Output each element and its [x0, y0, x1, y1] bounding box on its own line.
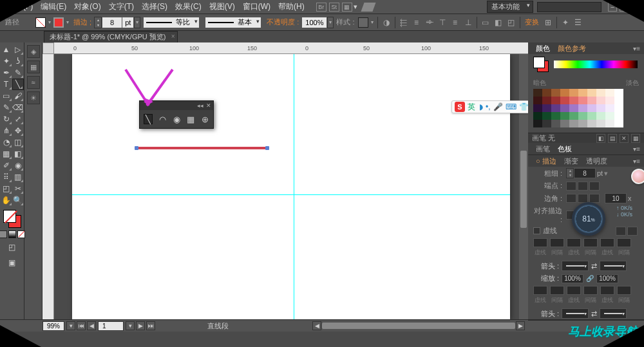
tab-transparency[interactable]: 透明度	[582, 155, 611, 167]
color-swatch[interactable]	[533, 104, 542, 112]
panel-close-icon[interactable]: ✕	[206, 102, 211, 109]
stroke-swatch[interactable]	[53, 17, 64, 28]
color-swatch[interactable]	[578, 97, 587, 104]
color-swatch[interactable]	[596, 112, 605, 120]
tab-gradient[interactable]: 渐变	[560, 155, 582, 167]
ime-toolbar[interactable]: S 英 ◗ •, 🎤 ⌨ 👕 🔧	[451, 100, 528, 113]
arrange-dropdown[interactable]: ▾	[354, 3, 357, 11]
color-swatch[interactable]	[542, 89, 551, 97]
color-swatch[interactable]	[551, 89, 560, 97]
guide-horizontal[interactable]	[72, 194, 510, 195]
dock-symbols-icon[interactable]: ☀	[27, 91, 40, 104]
guide-vertical[interactable]	[294, 54, 294, 319]
tab-color[interactable]: 颜色	[532, 42, 554, 55]
ruler-origin[interactable]	[43, 42, 54, 54]
color-swatch[interactable]	[596, 89, 605, 97]
brush-opt2-icon[interactable]: ▤	[608, 134, 617, 143]
corner-round[interactable]	[578, 194, 588, 203]
color-mode-buttons[interactable]	[0, 230, 26, 238]
color-swatch[interactable]	[560, 97, 569, 104]
color-swatch[interactable]	[542, 97, 551, 104]
zoom-dropdown[interactable]: ▾	[66, 321, 75, 330]
color-swatch[interactable]	[560, 120, 569, 127]
shaper-tool[interactable]: ✎	[1, 102, 12, 113]
dashed-line-checkbox[interactable]	[533, 227, 540, 234]
eyedropper-tool[interactable]: ✐	[1, 160, 12, 171]
panel-weight-stepper[interactable]: ▴▾	[566, 168, 574, 178]
artboard-next[interactable]: ▶	[136, 321, 145, 330]
spiral-tool-icon[interactable]: ◉	[172, 114, 181, 124]
cap-round[interactable]	[578, 182, 588, 191]
brush-opt3-icon[interactable]: ✕	[620, 134, 629, 143]
width-tool[interactable]: ⋔	[1, 125, 12, 136]
cap-butt[interactable]	[566, 182, 576, 191]
menu-help[interactable]: 帮助(H)	[274, 0, 308, 14]
dock-swatches-icon[interactable]: ▦	[27, 61, 40, 73]
fill-swatch[interactable]	[35, 17, 46, 28]
hand-tool[interactable]: ✋	[1, 194, 12, 206]
color-swatch[interactable]	[614, 120, 623, 127]
menu-view[interactable]: 视图(V)	[205, 0, 239, 14]
pen-tool[interactable]: ✒	[1, 67, 12, 79]
color-swatch[interactable]	[596, 97, 605, 104]
align-bottom-icon[interactable]: ⊥	[462, 17, 474, 28]
mesh-tool[interactable]: ▦	[1, 148, 12, 160]
color-swatch[interactable]	[587, 104, 596, 112]
color-swatch[interactable]	[596, 120, 605, 127]
panel-weight-input[interactable]	[574, 168, 596, 178]
dock-brushes-icon[interactable]: ≈	[27, 76, 40, 89]
arrowhead-start[interactable]	[562, 261, 589, 271]
lasso-tool[interactable]: ʖ	[12, 55, 24, 67]
fill-stroke-swatch[interactable]	[3, 210, 21, 228]
swap-arrowheads[interactable]: ⇄	[591, 262, 597, 270]
shape-builder-tool[interactable]: ◔	[1, 136, 12, 148]
profile-dropdown[interactable]: 等比	[143, 17, 200, 28]
opacity-label[interactable]: 不透明度 :	[267, 17, 299, 27]
tab-brushes[interactable]: 画笔	[532, 143, 554, 155]
slice-tool[interactable]: ✂	[12, 183, 24, 194]
ime-keyboard-icon[interactable]: ⌨	[506, 102, 516, 111]
ime-mode-label[interactable]: 英	[468, 102, 475, 113]
color-swatch[interactable]	[614, 112, 623, 120]
artboard-nav-dropdown[interactable]: ▾	[126, 321, 135, 330]
arrowhead-end-2[interactable]	[600, 308, 627, 319]
color-swatch[interactable]	[614, 89, 623, 97]
artboard[interactable]	[72, 54, 510, 319]
arc-tool-icon[interactable]: ◠	[158, 114, 167, 124]
align-left-icon[interactable]: ⬱	[398, 17, 410, 28]
miter-limit-input[interactable]	[605, 193, 627, 203]
network-speed-widget[interactable]: 81%	[572, 202, 605, 236]
transform-each-icon[interactable]: ⊞	[542, 17, 554, 28]
hscroll-left[interactable]: ◀	[312, 321, 321, 330]
color-swatch[interactable]	[533, 89, 542, 97]
color-swatch[interactable]	[578, 112, 587, 120]
arrowhead-start-2[interactable]	[562, 308, 589, 319]
magic-wand-tool[interactable]: ✦	[1, 55, 12, 67]
color-swatch[interactable]	[578, 89, 587, 97]
polar-grid-tool-icon[interactable]: ⊕	[200, 114, 209, 124]
window-close[interactable]: ✕	[631, 3, 640, 12]
color-swatch[interactable]	[542, 120, 551, 127]
brush-def-dropdown[interactable]: 基本	[205, 17, 261, 28]
arrow-scale-end[interactable]: 100%	[596, 274, 618, 283]
hue-strip[interactable]	[554, 61, 638, 68]
artboard-tool[interactable]: ◰	[1, 183, 12, 194]
eraser-tool[interactable]: ⌫	[12, 102, 24, 113]
arrow-scale-start[interactable]: 100%	[562, 274, 583, 283]
ruler-vertical[interactable]	[43, 54, 54, 319]
rectangle-tool[interactable]: ▭	[1, 90, 12, 102]
panel-collapse-icon[interactable]: ◂◂	[197, 102, 204, 109]
workspace-switcher[interactable]: 基本功能	[487, 1, 533, 13]
line-tool[interactable]: ╲	[12, 79, 24, 90]
canvas-viewport[interactable]	[54, 54, 519, 319]
color-swatch[interactable]	[551, 97, 560, 104]
tab-stroke[interactable]: ○ 描边	[532, 155, 560, 167]
artboard-last[interactable]: ⏭	[146, 321, 155, 330]
direct-selection-tool[interactable]: ▷	[12, 44, 24, 55]
style-dropdown[interactable]: ▾	[369, 17, 375, 28]
color-swatch[interactable]	[533, 97, 542, 104]
color-swatch[interactable]	[560, 104, 569, 112]
opacity-dropdown[interactable]: ▾	[327, 17, 334, 28]
artboard-first[interactable]: ⏮	[77, 321, 86, 330]
color-swatch[interactable]	[551, 104, 560, 112]
